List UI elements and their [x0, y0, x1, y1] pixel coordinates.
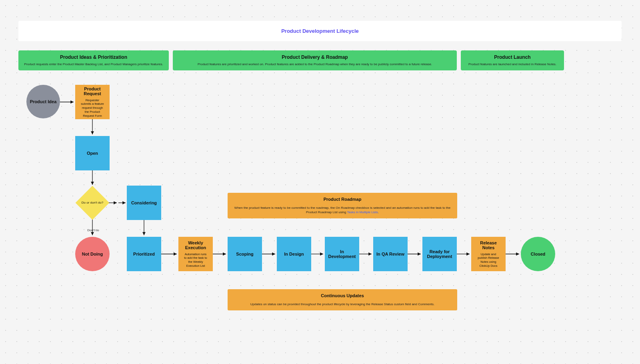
node-closed-label: Closed: [531, 252, 546, 256]
roadmap-title: Product Roadmap: [234, 197, 451, 202]
node-release-desc: Update and publish Release Notes using C…: [474, 252, 503, 268]
node-release-notes[interactable]: Release Notes Update and publish Release…: [471, 237, 506, 271]
node-considering[interactable]: Considering: [127, 186, 161, 220]
node-product-idea-label: Product Idea: [30, 99, 57, 104]
roadmap-link[interactable]: Tasks in Multiple Lists: [347, 210, 378, 214]
node-product-request-desc: Requester submits a feature request thro…: [78, 98, 107, 118]
title-bar: Product Development Lifecycle: [18, 21, 622, 41]
node-prioritized-label: Prioritized: [133, 252, 155, 256]
node-not-doing[interactable]: Not Doing: [75, 237, 110, 271]
node-scoping-label: Scoping: [236, 252, 253, 256]
node-weekly-desc: Automation runs to add the task to the W…: [181, 252, 210, 268]
node-product-request-title: Product Request: [78, 86, 107, 96]
roadmap-desc: When the product feature is ready to be …: [234, 206, 451, 214]
node-in-development[interactable]: In Development: [325, 237, 359, 271]
node-considering-label: Considering: [131, 200, 157, 205]
node-in-design[interactable]: In Design: [277, 237, 311, 271]
phase-launch: Product Launch Product features are laun…: [461, 50, 564, 70]
infobox-roadmap: Product Roadmap When the product feature…: [228, 193, 457, 218]
node-decision-label: Do or don't do?: [82, 201, 103, 205]
node-not-doing-label: Not Doing: [82, 252, 103, 256]
flowchart-canvas[interactable]: Product Development Lifecycle Product Id…: [0, 0, 640, 364]
node-weekly-execution[interactable]: Weekly Execution Automation runs to add …: [178, 237, 213, 271]
node-decision[interactable]: Do or don't do?: [76, 186, 110, 220]
node-product-request[interactable]: Product Request Requester submits a feat…: [75, 85, 110, 119]
node-in-design-label: In Design: [284, 252, 304, 256]
phase-launch-title: Product Launch: [466, 54, 559, 60]
node-open[interactable]: Open: [75, 136, 110, 170]
node-release-title: Release Notes: [474, 240, 503, 250]
infobox-continuous: Continuous Updates Updates on status can…: [228, 289, 457, 310]
node-scoping[interactable]: Scoping: [228, 237, 262, 271]
node-in-dev-label: In Development: [327, 249, 357, 259]
phase-delivery-title: Product Delivery & Roadmap: [178, 54, 452, 60]
phase-ideas: Product Ideas & Prioritization Product r…: [18, 50, 169, 70]
node-ready-label: Ready for Deployment: [425, 249, 454, 259]
node-in-qa[interactable]: In QA Review: [373, 237, 408, 271]
node-closed[interactable]: Closed: [521, 237, 555, 271]
continuous-desc: Updates on status can be provided throug…: [234, 302, 451, 306]
phase-ideas-title: Product Ideas & Prioritization: [23, 54, 164, 60]
node-weekly-title: Weekly Execution: [181, 240, 210, 250]
continuous-title: Continuous Updates: [234, 293, 451, 298]
phase-delivery-desc: Product features are prioritized and wor…: [178, 62, 452, 66]
node-in-qa-label: In QA Review: [376, 252, 404, 256]
node-product-idea[interactable]: Product Idea: [26, 85, 60, 118]
diagram-title: Product Development Lifecycle: [18, 28, 622, 34]
phase-ideas-desc: Product requests enter the Product Maste…: [23, 62, 164, 66]
phase-launch-desc: Product features are launched and includ…: [466, 62, 559, 66]
node-ready-deployment[interactable]: Ready for Deployment: [422, 237, 457, 271]
node-prioritized[interactable]: Prioritized: [127, 237, 161, 271]
node-open-label: Open: [87, 151, 98, 156]
phase-delivery: Product Delivery & Roadmap Product featu…: [173, 50, 457, 70]
label-dont-do: Don't do: [87, 228, 99, 232]
